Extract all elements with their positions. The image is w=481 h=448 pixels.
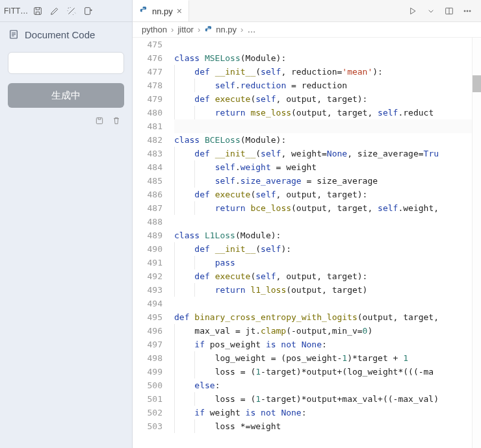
code-editor[interactable]: 4754764774784794804814824834844854864874… xyxy=(133,38,481,448)
document-code-label: Document Code xyxy=(25,29,95,40)
breadcrumb-python[interactable]: python xyxy=(142,25,167,34)
save-small-icon[interactable] xyxy=(93,114,106,127)
code-content[interactable]: class MSELoss(Module): def __init__(self… xyxy=(174,38,472,448)
trash-icon[interactable] xyxy=(110,114,123,127)
doc-input[interactable] xyxy=(8,52,124,74)
breadcrumb-file[interactable]: nn.py xyxy=(216,25,237,34)
chevron-down-icon[interactable] xyxy=(424,4,438,18)
breadcrumb-more[interactable]: … xyxy=(247,25,255,34)
svg-point-7 xyxy=(467,10,468,12)
minimap[interactable] xyxy=(472,38,481,448)
svg-rect-1 xyxy=(85,7,90,14)
sidebar: FITT… Document Code 生成中 xyxy=(0,0,133,448)
sidebar-top-bar: FITT… xyxy=(0,0,132,22)
sidebar-top-label: FITT… xyxy=(4,6,28,16)
breadcrumb[interactable]: python › jittor › nn.py › … xyxy=(133,22,481,38)
generate-button-label: 生成中 xyxy=(51,90,81,102)
svg-rect-0 xyxy=(34,7,42,14)
save-icon[interactable] xyxy=(31,4,45,18)
breadcrumb-sep: › xyxy=(196,25,202,34)
svg-point-6 xyxy=(464,10,465,12)
wand-icon[interactable] xyxy=(64,4,79,18)
tab-label: nn.py xyxy=(152,6,173,16)
edit-icon[interactable] xyxy=(47,4,62,18)
svg-rect-3 xyxy=(96,118,102,123)
editor-area: nn.py × python › jittor › nn.py › … xyxy=(133,0,481,448)
run-icon[interactable] xyxy=(406,4,420,18)
generate-button[interactable]: 生成中 xyxy=(8,83,124,108)
python-icon xyxy=(204,25,213,34)
tab-bar: nn.py × xyxy=(133,0,481,22)
line-gutter: 4754764774784794804814824834844854864874… xyxy=(133,38,174,448)
python-icon xyxy=(139,6,148,17)
document-code-section[interactable]: Document Code xyxy=(0,22,132,47)
split-icon[interactable] xyxy=(442,4,456,18)
breadcrumb-sep: › xyxy=(239,25,244,34)
svg-point-4 xyxy=(142,7,143,8)
breadcrumb-sep: › xyxy=(170,25,175,34)
svg-point-8 xyxy=(469,10,471,12)
svg-point-9 xyxy=(207,27,208,27)
breadcrumb-jittor[interactable]: jittor xyxy=(177,25,194,34)
scrollbar-thumb[interactable] xyxy=(473,75,481,92)
tab-actions xyxy=(406,4,481,18)
more-icon[interactable] xyxy=(460,4,474,18)
close-icon[interactable]: × xyxy=(177,6,182,16)
sidebar-small-icons xyxy=(0,114,132,131)
export-icon[interactable] xyxy=(81,4,96,18)
tab-nnpy[interactable]: nn.py × xyxy=(133,0,189,21)
